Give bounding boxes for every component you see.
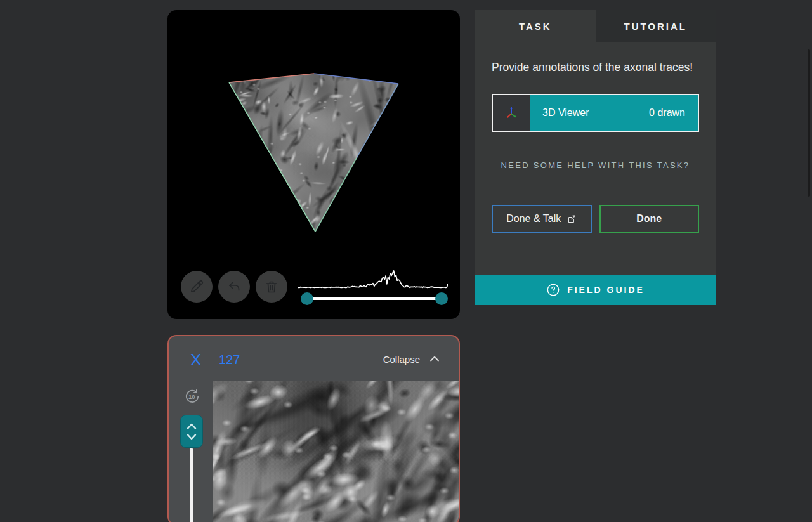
task-tabbar: TASK TUTORIAL	[475, 10, 716, 42]
contrast-range-track[interactable]	[307, 297, 442, 300]
slice-panel-x: X 127 Collapse 10	[167, 335, 460, 522]
slice-header: X 127 Collapse	[169, 336, 459, 379]
field-guide-button[interactable]: FIELD GUIDE	[475, 275, 716, 305]
draw-tool-button[interactable]	[181, 271, 213, 303]
slice-stepper	[180, 415, 203, 448]
slice-index-value: 127	[219, 353, 240, 367]
contrast-min-handle[interactable]	[301, 292, 313, 305]
contrast-max-handle[interactable]	[435, 292, 448, 305]
external-link-icon	[566, 214, 577, 224]
trash-icon	[264, 279, 279, 294]
intensity-histogram	[298, 266, 448, 292]
task-panel: TASK TUTORIAL Provide annotations of the…	[475, 10, 716, 305]
page-scrollbar-thumb[interactable]	[808, 49, 810, 197]
3d-viewer-panel	[167, 10, 460, 319]
chevron-up-icon	[186, 422, 197, 430]
pencil-icon	[189, 279, 204, 294]
chevron-down-icon	[186, 433, 197, 441]
done-label: Done	[636, 213, 662, 225]
3d-viewer-layer-button[interactable]: 3D Viewer 0 drawn	[492, 94, 699, 132]
collapse-button[interactable]: Collapse	[383, 353, 441, 365]
undo-button[interactable]	[218, 271, 250, 303]
slice-position-track[interactable]	[190, 448, 193, 522]
slice-image[interactable]	[213, 381, 460, 522]
help-text: NEED SOME HELP WITH THIS TASK?	[492, 160, 699, 171]
collapse-label: Collapse	[383, 354, 420, 365]
undo-icon	[226, 279, 242, 294]
action-buttons: Done & Talk Done	[492, 205, 699, 233]
task-prompt: Provide annotations of the axonal traces…	[492, 58, 699, 77]
question-circle-icon	[546, 283, 560, 297]
done-and-talk-button[interactable]: Done & Talk	[492, 205, 592, 233]
rotate-10-icon: 10	[183, 388, 201, 405]
delete-button[interactable]	[256, 271, 287, 303]
tab-tutorial[interactable]: TUTORIAL	[596, 10, 716, 42]
rotate-step-label: 10	[188, 393, 195, 400]
tab-task[interactable]: TASK	[475, 10, 596, 42]
slice-step-down-button[interactable]	[185, 433, 199, 441]
3d-axes-icon-cell	[493, 95, 530, 131]
done-button[interactable]: Done	[599, 205, 700, 233]
viewer-toolbar	[181, 271, 287, 303]
chevron-up-icon	[428, 353, 441, 365]
slice-step-up-button[interactable]	[185, 422, 199, 431]
task-body: Provide annotations of the axonal traces…	[475, 42, 716, 275]
drawn-count: 0 drawn	[649, 107, 685, 119]
3d-axes-icon	[502, 103, 521, 122]
done-and-talk-label: Done & Talk	[506, 213, 561, 225]
field-guide-label: FIELD GUIDE	[567, 285, 645, 295]
axis-label: X	[190, 350, 201, 370]
rotate-10-button[interactable]: 10	[183, 388, 201, 405]
3d-viewer-layer-main: 3D Viewer 0 drawn	[530, 95, 698, 131]
layer-label: 3D Viewer	[542, 107, 589, 119]
